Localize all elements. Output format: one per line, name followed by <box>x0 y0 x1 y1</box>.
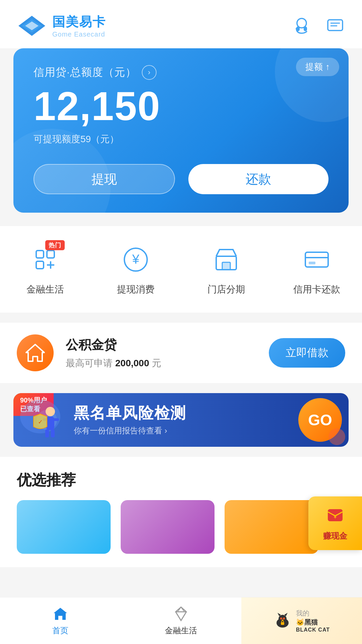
black-cat-cn: 🐱黑猫 <box>296 618 318 627</box>
black-cat-corner: 我的 🐱黑猫 BLACK CAT <box>241 597 362 644</box>
product-card-1[interactable] <box>17 500 111 554</box>
header-icons <box>292 16 345 36</box>
bottom-nav: 首页 金融生活 <box>0 597 362 644</box>
svg-text:¥: ¥ <box>334 514 337 520</box>
loan-banner: 公积金贷 最高可申请 200,000 元 立即借款 <box>0 323 362 383</box>
svg-marker-33 <box>176 607 186 621</box>
withdraw-icon: ¥ <box>122 246 149 273</box>
black-cat-en: BLACK CAT <box>296 627 330 633</box>
risk-title: 黑名单风险检测 <box>74 404 298 422</box>
svg-text:✓: ✓ <box>38 419 43 425</box>
recommended-section: 优选推荐 <box>0 457 362 567</box>
svg-rect-44 <box>281 622 284 625</box>
logo-area: 国美易卡 Gome Easecard <box>17 13 106 38</box>
product-card-2[interactable] <box>121 500 215 554</box>
card-title: 信用贷·总额度（元） <box>34 65 136 80</box>
quick-label-finance: 金融生活 <box>26 283 64 296</box>
home-nav-icon <box>52 606 68 622</box>
quick-label-store: 门店分期 <box>207 283 245 296</box>
risk-banner[interactable]: 90%用户 已查看 ✓ 黑名单风险检测 你有一份信用报告待查看 › GO <box>13 393 349 447</box>
svg-point-24 <box>46 407 55 416</box>
product-preview <box>0 500 362 567</box>
svg-rect-21 <box>309 262 315 264</box>
app-name-en: Gome Easecard <box>52 31 106 38</box>
svg-rect-6 <box>328 20 343 31</box>
nav-label-finance: 金融生活 <box>165 625 197 636</box>
quick-item-store[interactable]: 门店分期 <box>181 243 272 296</box>
finance-icon-wrap: 热门 <box>28 243 62 276</box>
available-amount: 可提现额度59（元） <box>34 133 328 146</box>
svg-rect-28 <box>45 429 49 437</box>
credit-card-section: 提额 ↑ 信用贷·总额度（元） › 12,150 可提现额度59（元） 提现 还… <box>13 48 349 213</box>
hot-badge: 热门 <box>45 240 65 250</box>
svg-rect-27 <box>53 418 59 421</box>
logo-icon <box>17 14 47 38</box>
svg-rect-10 <box>47 251 54 258</box>
headset-icon <box>292 16 311 35</box>
black-cat-labels: 我的 🐱黑猫 BLACK CAT <box>296 609 330 633</box>
risk-go-button[interactable]: GO <box>298 398 342 442</box>
svg-point-3 <box>297 18 306 28</box>
loan-apply-button[interactable]: 立即借款 <box>269 338 345 368</box>
quick-item-credit[interactable]: 信用卡还款 <box>272 243 362 296</box>
loan-info: 公积金贷 最高可申请 200,000 元 <box>66 336 257 370</box>
svg-rect-5 <box>304 26 307 31</box>
finance-icon <box>34 248 57 271</box>
repay-button[interactable]: 还款 <box>188 164 328 194</box>
earn-cash-float[interactable]: ¥ 赚现金 <box>308 496 362 550</box>
svg-point-41 <box>280 618 282 620</box>
risk-illustration: ✓ <box>13 393 74 447</box>
risk-figure: ✓ <box>13 393 74 447</box>
loan-title: 公积金贷 <box>66 336 257 354</box>
house-icon <box>24 342 46 364</box>
message-icon <box>326 16 345 35</box>
svg-rect-9 <box>36 251 44 258</box>
store-icon-wrap <box>209 243 243 276</box>
svg-rect-11 <box>36 261 44 269</box>
card-info-icon[interactable]: › <box>142 65 157 80</box>
finance-nav-icon <box>173 606 189 622</box>
svg-text:¥: ¥ <box>132 252 139 266</box>
svg-rect-17 <box>222 262 230 270</box>
nav-item-my[interactable]: 我的 🐱黑猫 BLACK CAT <box>241 597 362 644</box>
nav-item-home[interactable]: 首页 <box>0 597 121 644</box>
credit-amount: 12,150 <box>34 86 328 126</box>
quick-item-withdraw[interactable]: ¥ 提现消费 <box>90 243 181 296</box>
svg-rect-19 <box>305 252 328 267</box>
earn-cash-label: 赚现金 <box>323 531 347 541</box>
withdraw-icon-wrap: ¥ <box>119 243 153 276</box>
earn-cash-icon: ¥ <box>325 505 345 529</box>
loan-icon <box>17 334 54 371</box>
store-icon <box>213 246 240 273</box>
credit-icon-wrap <box>300 243 334 276</box>
cash-icon: ¥ <box>325 505 345 525</box>
quick-label-withdraw: 提现消费 <box>117 283 155 296</box>
card-buttons: 提现 还款 <box>34 164 328 194</box>
nav-label-home: 首页 <box>52 625 68 636</box>
credit-card-icon <box>303 246 330 273</box>
svg-rect-29 <box>51 429 55 437</box>
svg-point-38 <box>279 615 287 623</box>
app-name-cn: 国美易卡 <box>52 13 106 31</box>
message-button[interactable] <box>325 16 345 36</box>
quick-label-credit: 信用卡还款 <box>293 283 340 296</box>
svg-point-42 <box>283 618 285 620</box>
card-title-row: 信用贷·总额度（元） › <box>34 65 328 80</box>
recommended-title: 优选推荐 <box>0 457 362 500</box>
logo-text-area: 国美易卡 Gome Easecard <box>52 13 106 38</box>
nav-item-finance[interactable]: 金融生活 <box>121 597 241 644</box>
risk-text: 黑名单风险检测 你有一份信用报告待查看 › <box>74 404 298 436</box>
quick-menu: 热门 金融生活 ¥ 提现消费 <box>0 226 362 313</box>
header: 国美易卡 Gome Easecard <box>0 0 362 48</box>
my-label: 我的 <box>296 609 309 618</box>
withdraw-button[interactable]: 提现 <box>34 164 175 194</box>
quick-item-finance[interactable]: 热门 金融生活 <box>0 243 90 296</box>
customer-service-button[interactable] <box>292 16 312 36</box>
risk-subtitle: 你有一份信用报告待查看 › <box>74 425 298 436</box>
product-card-3[interactable] <box>225 500 318 554</box>
black-cat-icon <box>274 611 292 630</box>
loan-desc: 最高可申请 200,000 元 <box>66 357 257 370</box>
